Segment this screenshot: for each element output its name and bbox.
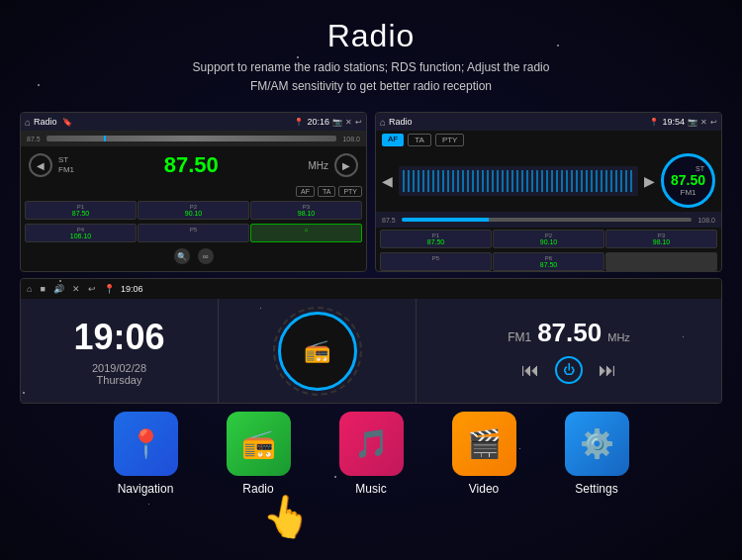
center-middle-panel: 📻 (219, 299, 417, 403)
right-preset-p6[interactable]: P687.50 (493, 252, 604, 271)
right-back-icon: ↩ (710, 118, 717, 127)
right-presets2: P5 P687.50 (376, 250, 721, 272)
st-fm-label: ST FM1 (58, 155, 74, 176)
app-navigation[interactable]: 📍 Navigation (91, 412, 200, 496)
center-right-panel: FM1 87.50 MHz ⏮ ⏻ ⏭ (417, 299, 721, 403)
link-icon[interactable]: ∞ (198, 248, 214, 264)
center-close-icon: ✕ (72, 284, 80, 294)
back-icon: ↩ (355, 118, 362, 127)
center-status-bar: ⌂ ■ 🔊 ✕ ↩ 📍 19:06 (21, 279, 721, 299)
pty-btn[interactable]: PTY (338, 186, 362, 197)
right-status-bar: ⌂ Radio 📍 19:54 📷 ✕ ↩ (376, 113, 721, 131)
app-music[interactable]: 🎵 Music (317, 412, 425, 496)
page-subtitle: Support to rename the radio stations; RD… (0, 58, 742, 96)
prev-btn[interactable]: ◀ (29, 153, 52, 177)
right-preset-extra[interactable] (605, 252, 717, 271)
page-title: Radio (0, 18, 742, 54)
freq-scale (46, 136, 337, 141)
preset-p1[interactable]: P187.50 (25, 201, 137, 220)
center-main: 19:06 2019/02/28 Thursday 📻 FM1 87.50 MH… (21, 299, 721, 403)
right-home-icon: ⌂ (380, 117, 386, 128)
right-presets: P187.50 P290.10 P398.10 (376, 228, 721, 250)
freq-max: 108.0 (342, 136, 360, 142)
af-ta-row: AF TA PTY (21, 184, 366, 199)
power-btn[interactable]: ⏻ (555, 356, 583, 384)
right-preset-p5[interactable]: P5 (380, 252, 492, 271)
right-status-time: 19:54 (662, 117, 685, 127)
center-time-display: 19:06 (73, 317, 164, 358)
location-icon: 📍 (294, 118, 304, 127)
right-radio-main: ◀ ▶ ST 87.50 FM1 (376, 149, 721, 212)
app-grid: 📍 Navigation 📻 Radio 🎵 Music 🎬 Video ⚙️ (0, 404, 742, 500)
center-speaker-icon: 🔊 (53, 284, 64, 294)
right-location-icon: 📍 (649, 118, 659, 127)
music-icon-box: 🎵 (339, 412, 404, 476)
right-next-btn[interactable]: ▶ (644, 173, 655, 189)
right-ta-tab[interactable]: TA (408, 134, 431, 146)
app-video[interactable]: 🎬 Video (429, 412, 538, 496)
right-af-ta-top: AF TA PTY (376, 131, 721, 149)
settings-icon: ⚙️ (580, 427, 614, 460)
radio-icon: 📻 (304, 338, 330, 364)
preset-p3[interactable]: P398.10 (250, 201, 362, 220)
left-freq-bar: 87.5 108.0 (21, 131, 366, 146)
skip-next-btn[interactable]: ⏭ (599, 360, 616, 381)
center-freq-num: 87.50 (537, 318, 602, 348)
af-btn[interactable]: AF (296, 186, 315, 197)
radio-app-icon: 📻 (241, 427, 276, 460)
close-icon: ✕ (345, 118, 352, 127)
rfs-bar (402, 218, 693, 222)
bookmark-icon: 🔖 (62, 118, 72, 127)
preset-p2[interactable]: P290.10 (138, 201, 249, 220)
next-btn[interactable]: ▶ (334, 153, 358, 177)
search-icon[interactable]: 🔍 (174, 248, 190, 264)
left-preset-row2: P4106.10 P5 ⌂ (21, 222, 366, 244)
left-preset-row: P187.50 P290.10 P398.10 (21, 199, 366, 222)
navigation-icon: 📍 (129, 427, 163, 460)
music-label: Music (355, 482, 386, 496)
right-preset-p3[interactable]: P398.10 (605, 230, 717, 248)
center-screen: ⌂ ■ 🔊 ✕ ↩ 📍 19:06 19:06 2019/02/28 Thurs… (20, 278, 722, 404)
radio-circle: 📻 (278, 312, 357, 391)
video-label: Video (469, 482, 499, 496)
radio-label: Radio (242, 482, 273, 496)
center-left-panel: 19:06 2019/02/28 Thursday (21, 299, 219, 403)
home-icon: ⌂ (25, 117, 31, 128)
preset-home[interactable]: ⌂ (250, 224, 362, 242)
skip-prev-btn[interactable]: ⏮ (521, 360, 539, 381)
right-preset-p2[interactable]: P290.10 (493, 230, 604, 248)
navigation-icon-box: 📍 (114, 412, 178, 476)
app-radio[interactable]: 📻 Radio (204, 412, 313, 496)
ta-btn[interactable]: TA (318, 186, 335, 197)
center-mhz: MHz (607, 331, 630, 343)
app-settings[interactable]: ⚙️ Settings (542, 412, 651, 496)
video-icon-box: 🎬 (452, 412, 516, 476)
center-controls: ⏮ ⏻ ⏭ (521, 356, 616, 384)
right-freq-scale-bar: 87.5 108.0 (376, 212, 721, 228)
preset-p4[interactable]: P4106.10 (25, 224, 137, 242)
freq-min: 87.5 (27, 136, 41, 142)
center-freq-display: FM1 87.50 MHz (508, 318, 630, 348)
right-st-label: ST (664, 165, 712, 172)
preset-p5[interactable]: P5 (138, 224, 249, 242)
left-bottom-icons: 🔍 ∞ (21, 244, 366, 268)
right-close-icon: ✕ (700, 118, 707, 127)
center-day: Thursday (97, 374, 142, 386)
right-freq-display: 87.50 (671, 172, 705, 188)
right-preset-p1[interactable]: P187.50 (380, 230, 492, 248)
left-radio-label: Radio (34, 117, 57, 127)
left-radio-main: ◀ ST FM1 87.50 MHz ▶ (21, 146, 366, 184)
camera-icon: 📷 (332, 118, 342, 127)
right-pty-tab[interactable]: PTY (435, 134, 465, 146)
center-record-icon: ■ (40, 284, 45, 294)
right-screen-panel: ⌂ Radio 📍 19:54 📷 ✕ ↩ AF TA PTY ◀ ▶ ST (375, 112, 722, 272)
right-af-tab[interactable]: AF (382, 134, 404, 146)
center-back-icon: ↩ (88, 284, 96, 294)
music-icon: 🎵 (354, 427, 389, 460)
right-radio-label: Radio (389, 117, 413, 127)
left-status-time: 20:16 (307, 117, 329, 127)
right-prev-btn[interactable]: ◀ (382, 173, 393, 189)
st-label: ST (58, 155, 68, 164)
center-fm-label: FM1 (508, 330, 531, 344)
right-fm-label: FM1 (681, 188, 696, 197)
